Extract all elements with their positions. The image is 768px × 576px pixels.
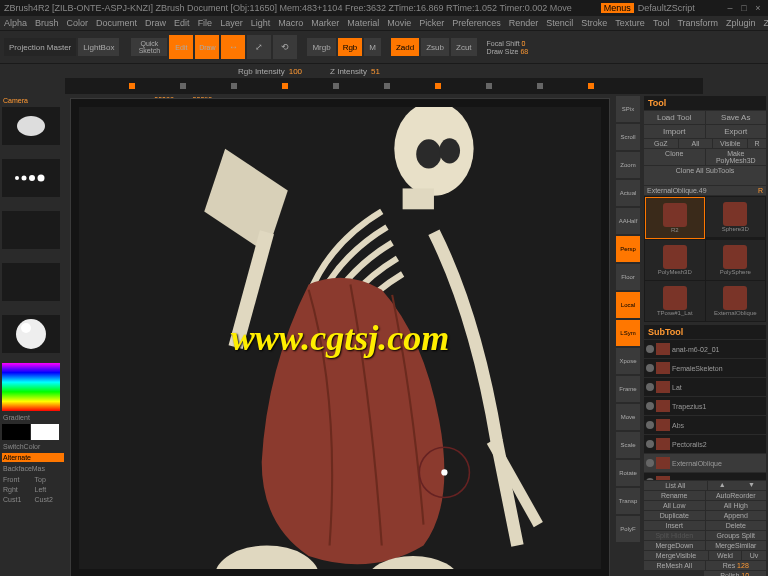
menu-marker[interactable]: Marker xyxy=(311,18,339,28)
side-persp-button[interactable]: Persp xyxy=(616,236,640,262)
side-floor-button[interactable]: Floor xyxy=(616,264,640,290)
timeline[interactable]: 00022 00093 xyxy=(65,78,703,94)
left-button[interactable]: Left xyxy=(34,485,65,494)
goz-r-button[interactable]: R xyxy=(748,139,766,148)
right-button[interactable]: Rght xyxy=(2,485,33,494)
menu-layer[interactable]: Layer xyxy=(220,18,243,28)
texture-thumbnail[interactable] xyxy=(2,263,60,301)
rename-button[interactable]: Rename xyxy=(644,491,705,500)
menu-file[interactable]: File xyxy=(198,18,213,28)
subtool-item[interactable]: Abs xyxy=(644,416,766,435)
tool-item[interactable]: Sphere3D xyxy=(706,197,766,237)
rgb-button[interactable]: Rgb xyxy=(338,38,363,56)
zadd-button[interactable]: Zadd xyxy=(391,38,419,56)
tool-item[interactable]: TPose#1_Lat xyxy=(645,281,705,321)
menus-toggle[interactable]: Menus xyxy=(601,3,634,13)
subtool-item[interactable]: Pectoralis2 xyxy=(644,435,766,454)
import-button[interactable]: Import xyxy=(644,125,705,138)
side-lsym-button[interactable]: LSym xyxy=(616,320,640,346)
cust2-button[interactable]: Cust2 xyxy=(34,495,65,504)
side-local-button[interactable]: Local xyxy=(616,292,640,318)
top-button[interactable]: Top xyxy=(34,475,65,484)
projection-master-button[interactable]: Projection Master xyxy=(4,38,76,56)
mergesimilar-button[interactable]: MergeSimilar xyxy=(706,541,767,550)
side-zoom-button[interactable]: Zoom xyxy=(616,152,640,178)
polish-slider[interactable]: Polish 10 xyxy=(704,571,767,576)
goz-all-button[interactable]: All xyxy=(679,139,713,148)
menu-draw[interactable]: Draw xyxy=(145,18,166,28)
subtool-item[interactable]: Lat xyxy=(644,378,766,397)
side-move-button[interactable]: Move xyxy=(616,404,640,430)
res-slider[interactable]: Res 128 xyxy=(706,561,767,570)
make-polymesh-button[interactable]: Make PolyMesh3D xyxy=(706,149,767,165)
menu-picker[interactable]: Picker xyxy=(419,18,444,28)
swatch-white[interactable] xyxy=(31,424,59,440)
side-aahalf-button[interactable]: AAHalf xyxy=(616,208,640,234)
z-intensity-value[interactable]: 51 xyxy=(371,67,380,76)
delete-button[interactable]: Delete xyxy=(706,521,767,530)
menu-tool[interactable]: Tool xyxy=(653,18,670,28)
brush-thumbnail[interactable] xyxy=(2,107,60,145)
front-button[interactable]: Front xyxy=(2,475,33,484)
lightbox-button[interactable]: LightBox xyxy=(78,38,119,56)
groups-split-button[interactable]: Groups Split xyxy=(706,531,767,540)
rgb-intensity-value[interactable]: 100 xyxy=(289,67,302,76)
menu-stencil[interactable]: Stencil xyxy=(546,18,573,28)
duplicate-button[interactable]: Duplicate xyxy=(644,511,705,520)
maximize-icon[interactable]: □ xyxy=(738,3,750,13)
split-hidden-button[interactable]: Split Hidden xyxy=(644,531,705,540)
stroke-thumbnail[interactable] xyxy=(2,159,60,197)
menu-transform[interactable]: Transform xyxy=(677,18,718,28)
m-button[interactable]: M xyxy=(364,38,381,56)
side-rotate-button[interactable]: Rotate xyxy=(616,460,640,486)
menu-alpha[interactable]: Alpha xyxy=(4,18,27,28)
tool-item[interactable]: R2 xyxy=(645,197,705,239)
scale-mode-button[interactable]: ⤢ xyxy=(247,35,271,59)
draw-button[interactable]: Draw xyxy=(195,35,219,59)
current-tool-slider[interactable]: ExternalOblique.49R xyxy=(644,186,766,195)
subtool-item[interactable]: SerratusAnterior1_4 xyxy=(644,473,766,480)
menu-macro[interactable]: Macro xyxy=(278,18,303,28)
side-xpose-button[interactable]: Xpose xyxy=(616,348,640,374)
menu-zscript[interactable]: Zscript xyxy=(764,18,768,28)
subtool-item[interactable]: FemaleSkeleton xyxy=(644,359,766,378)
tool-item[interactable]: PolySphere xyxy=(706,240,766,280)
all-low-button[interactable]: All Low xyxy=(644,501,705,510)
subtool-item[interactable]: ExternalOblique xyxy=(644,454,766,473)
move-mode-button[interactable]: ↔ xyxy=(221,35,245,59)
side-spix-button[interactable]: SPix xyxy=(616,96,640,122)
tool-item[interactable]: PolyMesh3D xyxy=(645,240,705,280)
subtool-item[interactable]: Trapezius1 xyxy=(644,397,766,416)
rotate-mode-button[interactable]: ⟲ xyxy=(273,35,297,59)
alpha-thumbnail[interactable] xyxy=(2,211,60,249)
viewport[interactable]: www.cgtsj.com xyxy=(70,98,610,576)
subtool-item[interactable]: anat-m6-02_01 xyxy=(644,340,766,359)
export-button[interactable]: Export xyxy=(706,125,767,138)
menu-color[interactable]: Color xyxy=(67,18,89,28)
menu-material[interactable]: Material xyxy=(347,18,379,28)
menu-stroke[interactable]: Stroke xyxy=(581,18,607,28)
goz-button[interactable]: GoZ xyxy=(644,139,678,148)
material-thumbnail[interactable] xyxy=(2,315,60,353)
quicksketch-button[interactable]: Quick Sketch xyxy=(131,38,167,56)
edit-button[interactable]: Edit xyxy=(169,35,193,59)
focal-shift-value[interactable]: 0 xyxy=(522,40,526,47)
menu-zplugin[interactable]: Zplugin xyxy=(726,18,756,28)
zcut-button[interactable]: Zcut xyxy=(451,38,477,56)
zsub-button[interactable]: Zsub xyxy=(421,38,449,56)
draw-size-value[interactable]: 68 xyxy=(520,48,528,55)
mrgb-button[interactable]: Mrgb xyxy=(307,38,335,56)
menu-movie[interactable]: Movie xyxy=(387,18,411,28)
load-tool-button[interactable]: Load Tool xyxy=(644,111,705,124)
menu-document[interactable]: Document xyxy=(96,18,137,28)
save-as-button[interactable]: Save As xyxy=(706,111,767,124)
all-high-button[interactable]: All High xyxy=(706,501,767,510)
clone-all-subtools-button[interactable]: Clone All SubTools xyxy=(644,166,766,185)
side-scale-button[interactable]: Scale xyxy=(616,432,640,458)
minimize-icon[interactable]: – xyxy=(724,3,736,13)
default-zscript[interactable]: DefaultZScript xyxy=(638,3,695,13)
backfacemask-button[interactable]: BackfaceMas xyxy=(2,464,64,473)
subtool-header[interactable]: SubTool xyxy=(644,325,766,339)
swatch-black[interactable] xyxy=(2,424,30,440)
goz-visible-button[interactable]: Visible xyxy=(713,139,747,148)
